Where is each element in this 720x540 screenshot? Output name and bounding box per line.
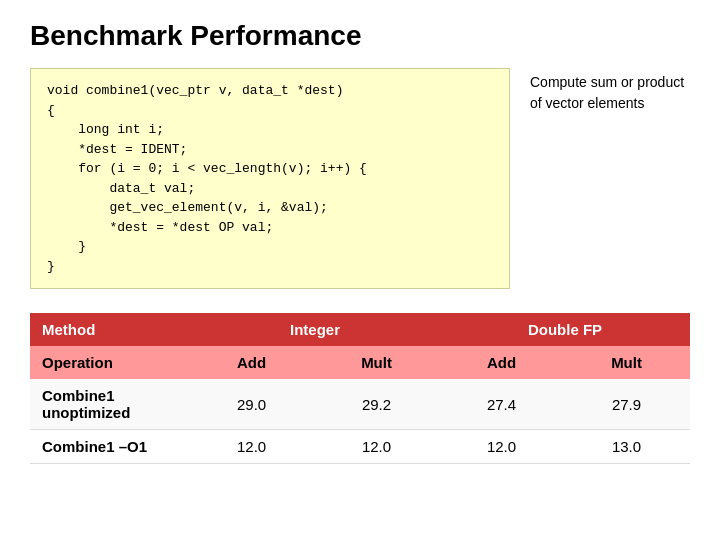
header-doublefp: Double FP: [440, 313, 690, 346]
table-cell: 29.2: [313, 379, 440, 430]
table-cell: 27.4: [440, 379, 563, 430]
table-cell: 12.0: [313, 430, 440, 464]
header-method: Method: [30, 313, 190, 346]
operation-fp-add: Add: [440, 346, 563, 379]
table-row: Combine1 –O112.012.012.013.0: [30, 430, 690, 464]
table-header-row: Method Integer Double FP: [30, 313, 690, 346]
table-cell: Combine1 –O1: [30, 430, 190, 464]
table-cell: Combine1 unoptimized: [30, 379, 190, 430]
operation-int-mult: Mult: [313, 346, 440, 379]
page-title: Benchmark Performance: [30, 20, 690, 52]
table-cell: 29.0: [190, 379, 313, 430]
table-cell: 12.0: [440, 430, 563, 464]
content-area: void combine1(vec_ptr v, data_t *dest) {…: [30, 68, 690, 289]
operation-fp-mult: Mult: [563, 346, 690, 379]
performance-table: Method Integer Double FP Operation Add M…: [30, 313, 690, 464]
description-text: Compute sum or product of vector element…: [530, 68, 690, 289]
operation-int-add: Add: [190, 346, 313, 379]
operation-label: Operation: [30, 346, 190, 379]
header-integer: Integer: [190, 313, 440, 346]
table-cell: 13.0: [563, 430, 690, 464]
operation-row: Operation Add Mult Add Mult: [30, 346, 690, 379]
table-body: Combine1 unoptimized29.029.227.427.9Comb…: [30, 379, 690, 464]
table-cell: 12.0: [190, 430, 313, 464]
table-row: Combine1 unoptimized29.029.227.427.9: [30, 379, 690, 430]
table-cell: 27.9: [563, 379, 690, 430]
code-block: void combine1(vec_ptr v, data_t *dest) {…: [30, 68, 510, 289]
